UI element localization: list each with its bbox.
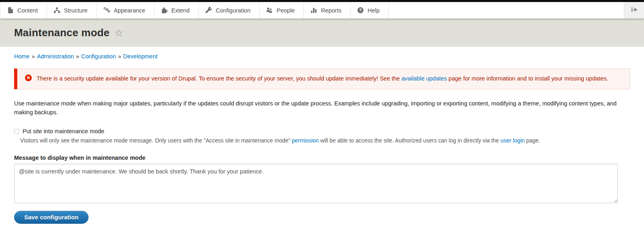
structure-icon: [54, 7, 60, 14]
main-content: Home»Administration»Configuration»Develo…: [0, 47, 644, 224]
toolbar-item-configuration[interactable]: Configuration: [199, 2, 260, 19]
user-login-link[interactable]: user login: [501, 138, 525, 144]
error-text-after: page for more information and to install…: [447, 75, 608, 82]
maintenance-mode-checkbox[interactable]: [14, 129, 19, 134]
admin-toolbar: Content Structure Appearance Extend Conf: [0, 2, 644, 19]
description-text-1: Visitors will only see the maintenance m…: [20, 138, 292, 144]
permission-link[interactable]: permission: [292, 138, 319, 144]
breadcrumb-link-development[interactable]: Development: [123, 53, 157, 60]
help-icon: ?: [357, 7, 364, 14]
toolbar-item-appearance[interactable]: Appearance: [97, 2, 155, 19]
error-text-before: There is a security update available for…: [37, 75, 401, 82]
extend-icon: [161, 7, 168, 14]
description-text-2: will be able to access the site. Authori…: [319, 138, 501, 144]
page-header: Maintenance mode ☆: [0, 19, 644, 47]
page-title: Maintenance mode: [14, 27, 109, 39]
toolbar-item-content[interactable]: Content: [0, 2, 47, 19]
toolbar-item-people[interactable]: People: [260, 2, 304, 19]
toolbar-item-label: Help: [367, 7, 380, 14]
breadcrumb-link-administration[interactable]: Administration: [37, 53, 74, 60]
breadcrumb-separator: »: [118, 53, 121, 60]
toolbar-item-reports[interactable]: Reports: [304, 2, 351, 19]
maintenance-mode-checkbox-label[interactable]: Put site into maintenance mode: [23, 128, 104, 134]
content-icon: [7, 7, 14, 14]
configuration-icon: [205, 7, 212, 14]
toolbar-item-structure[interactable]: Structure: [47, 2, 97, 19]
toolbar-item-help[interactable]: ? Help: [351, 2, 389, 19]
toolbar-orientation-toggle[interactable]: [624, 2, 644, 19]
description-text-3: page.: [524, 138, 540, 144]
maintenance-mode-intro: Use maintenance mode when making major u…: [14, 99, 630, 117]
form-actions: Save configuration: [14, 211, 630, 224]
appearance-icon: [103, 7, 110, 14]
admin-toolbar-menu: Content Structure Appearance Extend Conf: [0, 2, 389, 19]
toolbar-item-label: People: [277, 7, 295, 14]
svg-text:?: ?: [359, 8, 361, 12]
people-icon: [266, 7, 273, 14]
toolbar-item-label: Structure: [64, 7, 88, 14]
breadcrumb-separator: »: [76, 53, 79, 60]
star-outline-icon[interactable]: ☆: [114, 28, 123, 38]
toolbar-collapse-icon: [631, 7, 638, 14]
breadcrumb-separator: »: [32, 53, 35, 60]
toolbar-item-label: Appearance: [114, 7, 145, 14]
available-updates-link[interactable]: available updates: [401, 75, 447, 82]
maintenance-mode-checkbox-row: Put site into maintenance mode: [14, 128, 630, 134]
toolbar-item-extend[interactable]: Extend: [155, 2, 199, 19]
toolbar-item-label: Content: [17, 7, 38, 14]
breadcrumb-link-configuration[interactable]: Configuration: [81, 53, 116, 60]
security-update-error-message: ✕ There is a security update available f…: [14, 68, 630, 89]
toolbar-spacer: [389, 2, 624, 19]
save-configuration-button[interactable]: Save configuration: [14, 211, 89, 224]
maintenance-mode-description: Visitors will only see the maintenance m…: [20, 137, 630, 145]
breadcrumb: Home»Administration»Configuration»Develo…: [14, 53, 630, 60]
maintenance-message-textarea[interactable]: @site is currently under maintenance. We…: [14, 164, 618, 203]
breadcrumb-link-home[interactable]: Home: [14, 53, 30, 60]
error-icon: ✕: [25, 74, 32, 81]
reports-icon: [310, 7, 317, 14]
message-field-label: Message to display when in maintenance m…: [14, 155, 630, 161]
toolbar-item-label: Configuration: [216, 7, 250, 14]
toolbar-item-label: Reports: [321, 7, 341, 14]
toolbar-item-label: Extend: [171, 7, 190, 14]
